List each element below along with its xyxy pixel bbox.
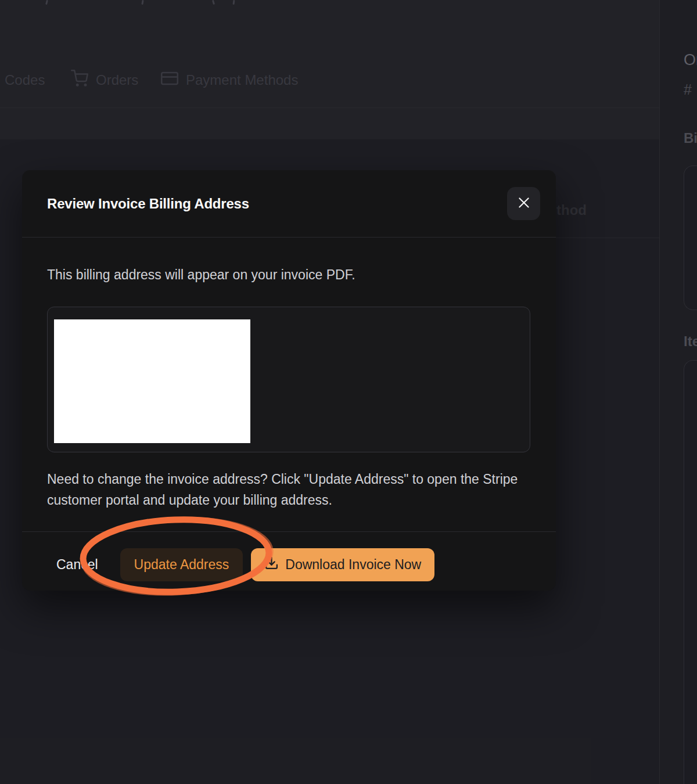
modal-header: Review Invoice Billing Address <box>22 170 556 238</box>
modal-title: Review Invoice Billing Address <box>47 196 507 212</box>
download-icon <box>264 556 279 574</box>
intro-text: This billing address will appear on your… <box>47 267 531 283</box>
cancel-button[interactable]: Cancel <box>47 548 107 581</box>
download-invoice-label: Download Invoice Now <box>285 557 421 573</box>
review-invoice-modal: Review Invoice Billing Address This bill… <box>22 170 556 591</box>
redacted-address-block <box>54 319 250 443</box>
close-button[interactable] <box>507 187 540 220</box>
modal-footer: Cancel Update Address Download Invoice N… <box>22 531 556 598</box>
help-text: Need to change the invoice address? Clic… <box>47 469 531 510</box>
download-invoice-button[interactable]: Download Invoice Now <box>251 548 434 581</box>
close-icon <box>516 195 531 212</box>
update-address-button[interactable]: Update Address <box>120 548 243 581</box>
billing-address-preview <box>47 307 530 452</box>
modal-body: This billing address will appear on your… <box>22 238 556 510</box>
